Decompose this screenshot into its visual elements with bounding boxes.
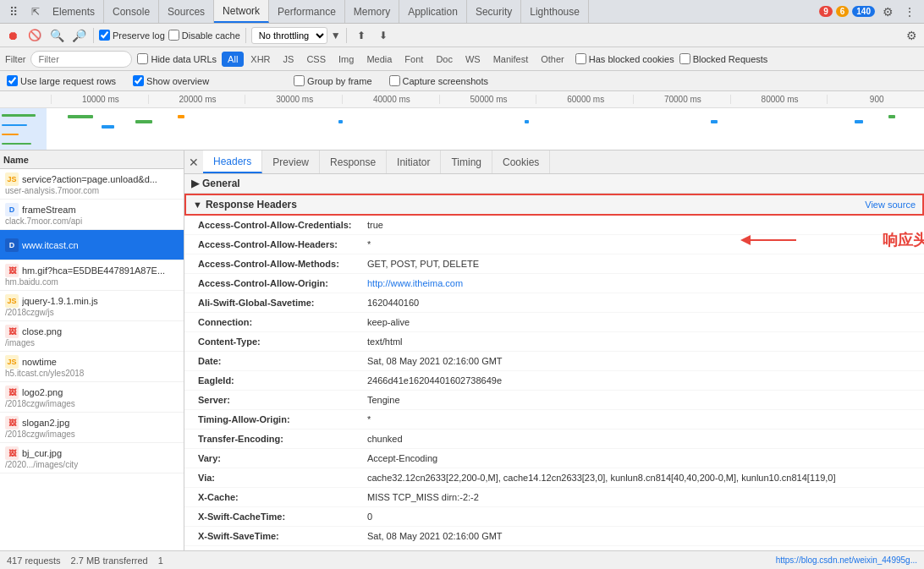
search-button[interactable]: 🔎 (69, 26, 88, 45)
general-label: General (202, 178, 240, 189)
request-item[interactable]: 🖼 logo2.png /2018czgw/images (0, 382, 184, 413)
tab-headers[interactable]: Headers (203, 150, 262, 173)
message-badge: 140 (852, 6, 875, 17)
export-button[interactable]: ⬇ (374, 26, 393, 45)
tick-5: 50000 ms (439, 95, 536, 104)
view-source-link[interactable]: View source (865, 200, 916, 210)
filter-ws[interactable]: WS (459, 52, 487, 67)
filter-xhr[interactable]: XHR (245, 52, 276, 67)
header-name: Timing-Allow-Origin: (198, 412, 367, 427)
blog-link[interactable]: https://blog.csdn.net/weixin_44995g... (776, 555, 917, 565)
header-value: keep-alive (367, 315, 410, 330)
tab-performance[interactable]: Performance (269, 0, 345, 23)
blocked-requests-checkbox[interactable]: Blocked Requests (679, 53, 768, 64)
resources-count: 1 (158, 555, 163, 566)
filter-doc[interactable]: Doc (430, 52, 459, 67)
req-name: jquery-1.9.1.min.js (22, 296, 98, 306)
filter-bar: Filter Hide data URLs All XHR JS CSS Img… (0, 47, 924, 71)
filter-input[interactable] (30, 51, 132, 68)
tab-console[interactable]: Console (104, 0, 159, 23)
general-toggle-icon: ▶ (191, 178, 199, 189)
options-bar: Use large request rows Show overview Gro… (0, 71, 924, 91)
tab-elements[interactable]: Elements (44, 0, 104, 23)
devtools-undock[interactable]: ⇱ (27, 0, 44, 23)
header-value: MISS TCP_MISS dirn:-2:-2 (367, 490, 479, 505)
header-value: GET, POST, PUT, DELETE (367, 256, 479, 271)
req-icon-js2: JS (5, 294, 19, 308)
disable-cache-checkbox[interactable]: Disable cache (168, 30, 240, 41)
filter-font[interactable]: Font (399, 52, 429, 67)
header-name: Access-Control-Allow-Origin: (198, 276, 367, 291)
tab-icons-area: 9 6 140 ⚙ ⋮ (819, 0, 924, 23)
timeline-ruler: 10000 ms 20000 ms 30000 ms 40000 ms 5000… (0, 91, 924, 108)
show-overview-checkbox[interactable]: Show overview (133, 75, 209, 86)
capture-screenshots-checkbox[interactable]: Capture screenshots (389, 75, 489, 86)
close-panel-button[interactable]: ✕ (184, 150, 203, 174)
more-button[interactable]: ⋮ (900, 3, 919, 21)
request-list-header: Name (0, 150, 184, 169)
sep3 (346, 28, 347, 43)
warning-badge: 6 (836, 6, 850, 17)
header-name: Connection: (198, 315, 367, 330)
filter-other[interactable]: Other (535, 52, 570, 67)
throttle-select[interactable]: No throttling (251, 27, 327, 44)
error-badge: 9 (819, 6, 833, 17)
filter-img[interactable]: Img (333, 52, 360, 67)
filter-media[interactable]: Media (360, 52, 398, 67)
tab-network[interactable]: Network (214, 0, 269, 23)
request-item[interactable]: 🖼 bj_cur.jpg /2020.../images/city (0, 443, 184, 473)
header-name: Access-Control-Allow-Headers: (198, 237, 367, 252)
import-button[interactable]: ⬆ (352, 26, 371, 45)
filter-js[interactable]: JS (278, 52, 300, 67)
settings-button[interactable]: ⚙ (878, 3, 897, 21)
tab-memory[interactable]: Memory (345, 0, 399, 23)
record-button[interactable]: ⏺ (3, 26, 22, 45)
req-url: /2018czgw/images (5, 399, 179, 408)
header-value: text/html (367, 334, 403, 349)
header-name: Transfer-Encoding: (198, 431, 367, 446)
settings-network-button[interactable]: ⚙ (902, 26, 921, 45)
response-headers-header[interactable]: ▼ Response Headers View source (184, 194, 924, 216)
request-item[interactable]: 🖼 slogan2.jpg /2018czgw/images (0, 413, 184, 443)
header-name: Access-Control-Allow-Credentials: (198, 217, 367, 233)
general-section-header[interactable]: ▶ General (184, 174, 924, 194)
tab-cookies[interactable]: Cookies (492, 150, 550, 173)
blocked-cookies-checkbox[interactable]: Has blocked cookies (575, 53, 674, 64)
request-item[interactable]: 🖼 hm.gif?hca=E5DBE447891A87E... hm.baidu… (0, 260, 184, 291)
svg-rect-0 (68, 115, 93, 118)
svg-rect-5 (525, 120, 529, 123)
header-value: Sat, 08 May 2021 02:16:00 GMT (367, 353, 503, 369)
tab-response[interactable]: Response (320, 150, 387, 173)
req-name: bj_cur.jpg (22, 448, 62, 458)
preserve-log-checkbox[interactable]: Preserve log (99, 30, 165, 41)
header-value-link[interactable]: http://www.itheima.com (367, 276, 463, 291)
header-row: Access-Control-Allow-Origin: http://www.… (184, 274, 924, 293)
filter-all[interactable]: All (222, 52, 244, 67)
req-icon-js: JS (5, 172, 19, 186)
group-by-frame-checkbox[interactable]: Group by frame (294, 75, 371, 86)
request-item-selected[interactable]: D www.itcast.cn (0, 230, 184, 260)
clear-button[interactable]: 🚫 (25, 26, 44, 45)
filter-css[interactable]: CSS (300, 52, 332, 67)
tab-application[interactable]: Application (399, 0, 467, 23)
tab-preview[interactable]: Preview (262, 150, 320, 173)
tab-sources[interactable]: Sources (159, 0, 214, 23)
tick-2: 20000 ms (148, 95, 245, 104)
request-item[interactable]: JS jquery-1.9.1.min.js /2018czgw/js (0, 291, 184, 321)
tab-initiator[interactable]: Initiator (387, 150, 441, 173)
svg-rect-1 (135, 120, 152, 123)
tab-timing[interactable]: Timing (441, 150, 492, 173)
request-item[interactable]: JS service?action=page.unload&d... user-… (0, 169, 184, 200)
request-item[interactable]: 🖼 close.png /images (0, 321, 184, 352)
large-rows-checkbox[interactable]: Use large request rows (7, 75, 116, 86)
req-url: clack.7moor.com/api (5, 216, 179, 226)
filter-manifest[interactable]: Manifest (487, 52, 535, 67)
header-row: Server: Tengine (184, 391, 924, 410)
request-item[interactable]: D frameStream clack.7moor.com/api (0, 200, 184, 230)
devtools-logo[interactable]: ⠿ (0, 0, 27, 23)
request-item[interactable]: JS nowtime h5.itcast.cn/yles2018 (0, 352, 184, 382)
hide-data-urls-checkbox[interactable]: Hide data URLs (137, 53, 217, 64)
tab-lighthouse[interactable]: Lighthouse (521, 0, 589, 23)
tab-security[interactable]: Security (467, 0, 521, 23)
filter-toggle[interactable]: 🔍 (47, 26, 66, 45)
